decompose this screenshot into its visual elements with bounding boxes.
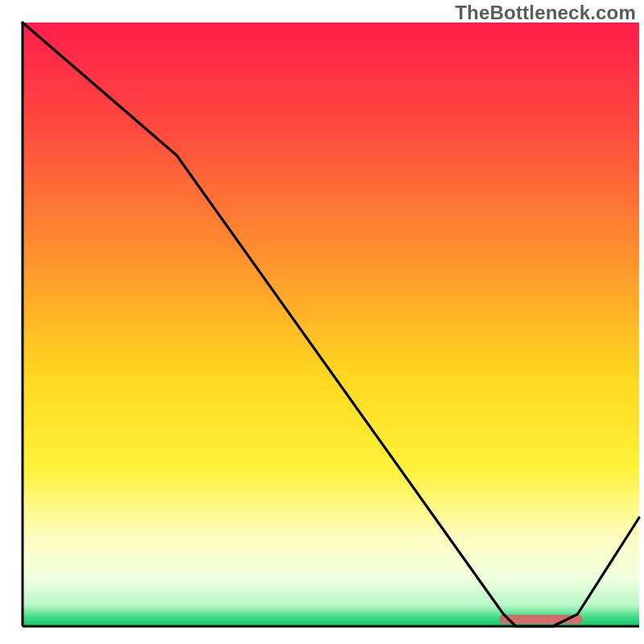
bottleneck-chart (0, 0, 644, 644)
chart-container: { "watermark": "TheBottleneck.com", "cha… (0, 0, 644, 644)
watermark-text: TheBottleneck.com (455, 2, 636, 24)
plot-background (23, 23, 639, 626)
